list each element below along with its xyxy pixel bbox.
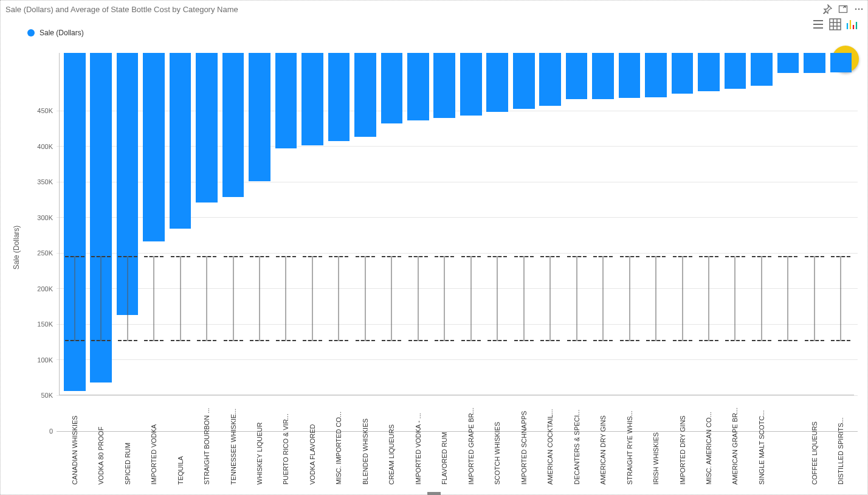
list-view-icon[interactable] — [811, 18, 825, 31]
focus-mode-icon[interactable] — [838, 4, 848, 14]
bar-column — [616, 53, 642, 395]
error-bar — [381, 256, 403, 342]
svg-rect-4 — [830, 19, 841, 30]
bar-column — [511, 53, 537, 395]
bar[interactable] — [275, 53, 297, 148]
bar-column — [220, 53, 246, 395]
legend: Sale (Dollars) — [1, 16, 867, 37]
error-bar — [539, 256, 561, 342]
error-bar — [407, 256, 429, 342]
x-tick-label — [775, 400, 801, 491]
bar[interactable] — [222, 53, 244, 197]
error-bar — [354, 256, 376, 342]
bar-column — [590, 53, 616, 395]
legend-marker-icon — [27, 29, 35, 36]
bar[interactable] — [592, 53, 614, 99]
svg-point-3 — [861, 9, 863, 10]
error-bar — [301, 256, 323, 342]
error-bar — [566, 256, 588, 342]
bar-column — [669, 53, 695, 395]
y-tick-label: 450K — [31, 107, 53, 114]
bar-column — [273, 53, 299, 395]
chart-view-icon[interactable] — [846, 18, 859, 31]
bar[interactable] — [328, 53, 350, 141]
bar[interactable] — [143, 53, 165, 241]
y-axis-line — [59, 53, 60, 395]
bar[interactable] — [486, 53, 508, 112]
error-bar — [513, 256, 535, 342]
bar[interactable] — [249, 53, 270, 181]
error-bar — [460, 256, 482, 342]
more-options-icon[interactable] — [854, 4, 864, 14]
x-tick-label: VODKA FLAVORED — [299, 400, 325, 491]
bar[interactable] — [196, 53, 218, 202]
bar[interactable] — [170, 53, 191, 229]
bar-column — [326, 53, 352, 395]
y-tick-label: 400K — [31, 143, 53, 150]
bars-container — [61, 53, 854, 395]
x-tick-label: IMPORTED DRY GINS — [669, 400, 695, 491]
x-tick-label: IMPORTED VODKA - ... — [405, 400, 431, 491]
bar[interactable] — [513, 53, 535, 109]
bar-column — [775, 53, 801, 395]
y-tick-label: 350K — [31, 178, 53, 185]
bar-column — [458, 53, 484, 395]
bar-column — [88, 53, 114, 395]
bar[interactable] — [566, 53, 588, 99]
grid-view-icon[interactable] — [828, 18, 842, 31]
x-tick-label: BLENDED WHISKIES — [352, 400, 378, 491]
error-bar — [672, 256, 694, 342]
bar[interactable] — [830, 53, 852, 72]
y-tick-label: 100K — [31, 356, 53, 364]
error-bar — [249, 256, 270, 342]
bar-column — [379, 53, 405, 395]
resize-handle[interactable] — [427, 492, 441, 495]
bar[interactable] — [433, 53, 455, 118]
bar[interactable] — [117, 53, 139, 315]
bar[interactable] — [539, 53, 561, 106]
title-actions — [822, 4, 864, 14]
error-bar — [143, 256, 165, 342]
error-bar — [275, 256, 297, 342]
bar[interactable] — [804, 53, 825, 73]
x-tick-label: AMERICAN GRAPE BR... — [722, 400, 748, 491]
bar[interactable] — [672, 53, 694, 94]
bar[interactable] — [460, 53, 482, 116]
error-bar — [222, 256, 244, 342]
bar-column — [695, 53, 722, 395]
pin-icon[interactable] — [822, 4, 832, 14]
y-tick-label: 50K — [31, 392, 53, 399]
bar-column — [193, 53, 219, 395]
bar[interactable] — [407, 53, 429, 120]
bar[interactable] — [725, 53, 746, 89]
x-tick-label: WHISKEY LIQUEUR — [246, 400, 272, 491]
x-tick-label: SINGLE MALT SCOTC... — [748, 400, 774, 491]
y-tick-label: 250K — [31, 249, 53, 257]
x-tick-label: VODKA 80 PROOF — [88, 400, 114, 491]
bar[interactable] — [64, 53, 86, 391]
x-tick-label: SCOTCH WHISKIES — [484, 400, 511, 491]
x-tick-label: MISC. IMPORTED CO... — [326, 400, 352, 491]
bar[interactable] — [619, 53, 641, 98]
error-bar — [725, 256, 746, 342]
bar-column — [432, 53, 458, 395]
bar[interactable] — [751, 53, 773, 86]
y-tick-label: 0 — [31, 428, 53, 435]
x-tick-label: MISC. AMERICAN CO... — [695, 400, 722, 491]
x-tick-label: AMERICAN COCKTAIL... — [537, 400, 563, 491]
bar[interactable] — [645, 53, 667, 97]
bar-column — [405, 53, 431, 395]
bar[interactable] — [698, 53, 720, 91]
bar[interactable] — [354, 53, 376, 137]
x-axis-labels: CANADIAN WHISKIESVODKA 80 PROOFSPICED RU… — [61, 400, 854, 491]
chart-title: Sale (Dollars) and Average of State Bott… — [5, 5, 238, 14]
bar-column — [61, 53, 88, 395]
bar[interactable] — [301, 53, 323, 145]
bar[interactable] — [777, 53, 799, 73]
bar-column — [246, 53, 272, 395]
bar[interactable] — [90, 53, 112, 382]
x-tick-label: STRAIGHT BOURBON ... — [193, 400, 219, 491]
bar[interactable] — [381, 53, 403, 123]
error-bar — [619, 256, 641, 342]
bar-column — [140, 53, 167, 395]
